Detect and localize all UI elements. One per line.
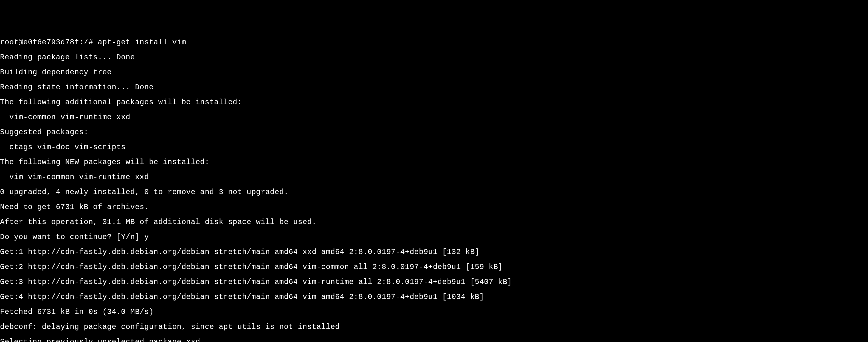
terminal-line: vim-common vim-runtime xxd [0, 113, 868, 121]
terminal-line: Building dependency tree [0, 69, 868, 76]
terminal-line: The following NEW packages will be insta… [0, 159, 868, 166]
terminal-line: debconf: delaying package configuration,… [0, 323, 868, 331]
terminal-line: Fetched 6731 kB in 0s (34.0 MB/s) [0, 308, 868, 316]
terminal-line: Reading state information... Done [0, 83, 868, 91]
terminal-line: Get:4 http://cdn-fastly.deb.debian.org/d… [0, 293, 868, 301]
terminal-line: After this operation, 31.1 MB of additio… [0, 218, 868, 226]
terminal-line: Do you want to continue? [Y/n] y [0, 233, 868, 241]
terminal-line: vim vim-common vim-runtime xxd [0, 173, 868, 181]
terminal-line: Selecting previously unselected package … [0, 338, 868, 342]
terminal-line: Reading package lists... Done [0, 54, 868, 61]
terminal-line: Get:3 http://cdn-fastly.deb.debian.org/d… [0, 278, 868, 286]
terminal-line: 0 upgraded, 4 newly installed, 0 to remo… [0, 189, 868, 196]
terminal-line: Get:1 http://cdn-fastly.deb.debian.org/d… [0, 248, 868, 256]
terminal-line: The following additional packages will b… [0, 99, 868, 106]
terminal-line: Suggested packages: [0, 129, 868, 136]
terminal-line: root@e0f6e793d78f:/# apt-get install vim [0, 39, 868, 46]
terminal-output[interactable]: root@e0f6e793d78f:/# apt-get install vim… [0, 31, 868, 342]
terminal-line: Get:2 http://cdn-fastly.deb.debian.org/d… [0, 263, 868, 271]
terminal-line: ctags vim-doc vim-scripts [0, 143, 868, 151]
terminal-line: Need to get 6731 kB of archives. [0, 203, 868, 211]
